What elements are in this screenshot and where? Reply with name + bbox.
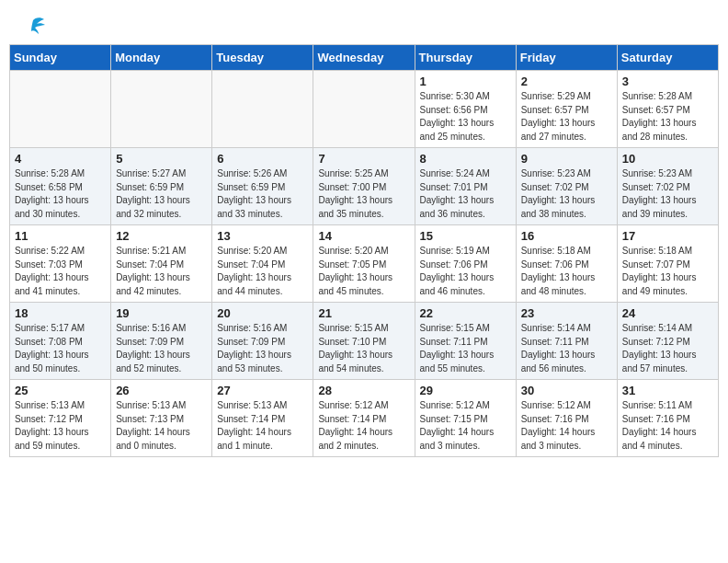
day-info: Sunrise: 5:13 AM Sunset: 7:13 PM Dayligh… [116,399,207,453]
day-number: 31 [622,384,713,397]
day-number: 10 [622,152,713,166]
calendar-cell: 28Sunrise: 5:12 AM Sunset: 7:14 PM Dayli… [313,380,415,457]
day-info: Sunrise: 5:14 AM Sunset: 7:12 PM Dayligh… [622,322,713,375]
calendar-cell: 1Sunrise: 5:30 AM Sunset: 6:56 PM Daylig… [415,71,516,148]
day-number: 1 [420,75,511,88]
calendar-cell [10,71,111,148]
day-number: 3 [622,75,713,88]
weekday-header-wednesday: Wednesday [313,45,415,71]
calendar-cell: 30Sunrise: 5:12 AM Sunset: 7:16 PM Dayli… [516,380,617,457]
weekday-header-row: SundayMondayTuesdayWednesdayThursdayFrid… [10,45,719,71]
day-info: Sunrise: 5:17 AM Sunset: 7:08 PM Dayligh… [15,322,106,375]
day-number: 29 [420,384,511,397]
calendar-cell: 18Sunrise: 5:17 AM Sunset: 7:08 PM Dayli… [10,303,111,380]
day-number: 14 [318,229,409,243]
day-info: Sunrise: 5:16 AM Sunset: 7:09 PM Dayligh… [116,322,207,375]
calendar-cell [313,71,415,148]
calendar-cell: 24Sunrise: 5:14 AM Sunset: 7:12 PM Dayli… [617,303,718,380]
calendar-week-row: 4Sunrise: 5:28 AM Sunset: 6:58 PM Daylig… [10,148,719,225]
day-info: Sunrise: 5:13 AM Sunset: 7:12 PM Dayligh… [15,399,106,453]
day-info: Sunrise: 5:23 AM Sunset: 7:02 PM Dayligh… [521,167,612,221]
day-info: Sunrise: 5:13 AM Sunset: 7:14 PM Dayligh… [217,399,308,453]
calendar-cell: 31Sunrise: 5:11 AM Sunset: 7:16 PM Dayli… [617,380,718,457]
calendar-cell: 19Sunrise: 5:16 AM Sunset: 7:09 PM Dayli… [111,303,212,380]
day-info: Sunrise: 5:19 AM Sunset: 7:06 PM Dayligh… [420,245,511,298]
calendar-cell: 14Sunrise: 5:20 AM Sunset: 7:05 PM Dayli… [313,225,415,303]
day-info: Sunrise: 5:18 AM Sunset: 7:07 PM Dayligh… [622,245,713,298]
day-info: Sunrise: 5:12 AM Sunset: 7:16 PM Dayligh… [521,399,612,453]
calendar-cell: 15Sunrise: 5:19 AM Sunset: 7:06 PM Dayli… [415,225,516,303]
calendar-table: SundayMondayTuesdayWednesdayThursdayFrid… [9,44,719,457]
calendar-cell: 21Sunrise: 5:15 AM Sunset: 7:10 PM Dayli… [313,303,415,380]
calendar-cell: 9Sunrise: 5:23 AM Sunset: 7:02 PM Daylig… [516,148,617,225]
day-number: 27 [217,384,308,397]
calendar-cell: 23Sunrise: 5:14 AM Sunset: 7:11 PM Dayli… [516,303,617,380]
calendar-cell: 5Sunrise: 5:27 AM Sunset: 6:59 PM Daylig… [111,148,212,225]
day-info: Sunrise: 5:23 AM Sunset: 7:02 PM Dayligh… [622,167,713,221]
calendar-cell: 13Sunrise: 5:20 AM Sunset: 7:04 PM Dayli… [212,225,313,303]
calendar-cell: 29Sunrise: 5:12 AM Sunset: 7:15 PM Dayli… [415,380,516,457]
day-number: 2 [521,75,612,88]
weekday-header-friday: Friday [516,45,617,71]
page-header [9,9,719,39]
day-number: 22 [420,306,511,320]
calendar-week-row: 25Sunrise: 5:13 AM Sunset: 7:12 PM Dayli… [10,380,719,457]
calendar-cell: 27Sunrise: 5:13 AM Sunset: 7:14 PM Dayli… [212,380,313,457]
calendar-cell [212,71,313,148]
day-info: Sunrise: 5:20 AM Sunset: 7:04 PM Dayligh… [217,245,308,298]
calendar-cell: 10Sunrise: 5:23 AM Sunset: 7:02 PM Dayli… [617,148,718,225]
calendar-week-row: 18Sunrise: 5:17 AM Sunset: 7:08 PM Dayli… [10,303,719,380]
day-number: 5 [116,152,207,166]
weekday-header-sunday: Sunday [10,45,111,71]
calendar-cell [111,71,212,148]
day-number: 24 [622,306,713,320]
calendar-cell: 3Sunrise: 5:28 AM Sunset: 6:57 PM Daylig… [617,71,718,148]
day-info: Sunrise: 5:29 AM Sunset: 6:57 PM Dayligh… [521,90,612,144]
day-number: 9 [521,152,612,166]
calendar-cell: 20Sunrise: 5:16 AM Sunset: 7:09 PM Dayli… [212,303,313,380]
day-info: Sunrise: 5:16 AM Sunset: 7:09 PM Dayligh… [217,322,308,375]
weekday-header-tuesday: Tuesday [212,45,313,71]
day-info: Sunrise: 5:20 AM Sunset: 7:05 PM Dayligh… [318,245,409,298]
day-info: Sunrise: 5:12 AM Sunset: 7:15 PM Dayligh… [420,399,511,453]
day-number: 17 [622,229,713,243]
day-info: Sunrise: 5:28 AM Sunset: 6:57 PM Dayligh… [622,90,713,144]
day-number: 25 [15,384,106,397]
day-number: 13 [217,229,308,243]
day-info: Sunrise: 5:27 AM Sunset: 6:59 PM Dayligh… [116,167,207,221]
calendar-cell: 8Sunrise: 5:24 AM Sunset: 7:01 PM Daylig… [415,148,516,225]
weekday-header-monday: Monday [111,45,212,71]
day-info: Sunrise: 5:11 AM Sunset: 7:16 PM Dayligh… [622,399,713,453]
day-number: 20 [217,306,308,320]
day-info: Sunrise: 5:28 AM Sunset: 6:58 PM Dayligh… [15,167,106,221]
day-info: Sunrise: 5:15 AM Sunset: 7:11 PM Dayligh… [420,322,511,375]
day-info: Sunrise: 5:22 AM Sunset: 7:03 PM Dayligh… [15,245,106,298]
day-info: Sunrise: 5:26 AM Sunset: 6:59 PM Dayligh… [217,167,308,221]
calendar-week-row: 1Sunrise: 5:30 AM Sunset: 6:56 PM Daylig… [10,71,719,148]
calendar-cell: 22Sunrise: 5:15 AM Sunset: 7:11 PM Dayli… [415,303,516,380]
day-number: 16 [521,229,612,243]
day-number: 18 [15,306,106,320]
day-number: 4 [15,152,106,166]
day-number: 21 [318,306,409,320]
logo [18,17,46,35]
calendar-cell: 6Sunrise: 5:26 AM Sunset: 6:59 PM Daylig… [212,148,313,225]
day-number: 28 [318,384,409,397]
day-info: Sunrise: 5:30 AM Sunset: 6:56 PM Dayligh… [420,90,511,144]
day-number: 6 [217,152,308,166]
calendar-cell: 26Sunrise: 5:13 AM Sunset: 7:13 PM Dayli… [111,380,212,457]
day-info: Sunrise: 5:14 AM Sunset: 7:11 PM Dayligh… [521,322,612,375]
calendar-cell: 25Sunrise: 5:13 AM Sunset: 7:12 PM Dayli… [10,380,111,457]
day-number: 12 [116,229,207,243]
day-info: Sunrise: 5:15 AM Sunset: 7:10 PM Dayligh… [318,322,409,375]
day-number: 7 [318,152,409,166]
day-info: Sunrise: 5:25 AM Sunset: 7:00 PM Dayligh… [318,167,409,221]
weekday-header-thursday: Thursday [415,45,516,71]
calendar-cell: 11Sunrise: 5:22 AM Sunset: 7:03 PM Dayli… [10,225,111,303]
day-number: 15 [420,229,511,243]
day-number: 8 [420,152,511,166]
weekday-header-saturday: Saturday [617,45,718,71]
calendar-cell: 2Sunrise: 5:29 AM Sunset: 6:57 PM Daylig… [516,71,617,148]
day-number: 26 [116,384,207,397]
day-number: 23 [521,306,612,320]
